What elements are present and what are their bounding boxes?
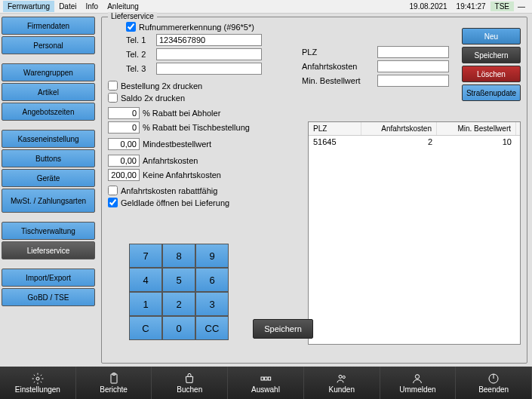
svg-point-0 <box>36 377 39 380</box>
bottom-kunden[interactable]: Kunden <box>304 367 380 399</box>
rabatt-tisch-input[interactable] <box>108 121 140 134</box>
sidebar-item-lieferservice[interactable]: Lieferservice <box>2 241 95 259</box>
bottom-einstellungen[interactable]: Einstellungen <box>0 367 76 399</box>
gear-icon <box>32 373 44 385</box>
sidebar-item-buttons[interactable]: Buttons <box>2 149 95 167</box>
tel2-input[interactable] <box>156 48 262 60</box>
keypad: 7 8 9 4 5 6 1 2 3 C 0 CC <box>129 244 229 340</box>
sidebar-item-warengruppen[interactable]: Warengruppen <box>2 63 95 81</box>
svg-rect-5 <box>268 377 270 380</box>
neu-button[interactable]: Neu <box>462 28 521 45</box>
keypad-7[interactable]: 7 <box>129 244 162 268</box>
plz-label: PLZ <box>302 48 377 57</box>
strassenupdate-button[interactable]: Straßenupdate <box>462 84 521 101</box>
sidebar-item-mwst[interactable]: MwSt. / Zahlungsarten <box>2 189 95 213</box>
lieferservice-panel: Lieferservice Rufnummererkennung (#96*5*… <box>101 17 527 364</box>
keypad-cc[interactable]: CC <box>195 316 229 340</box>
geldlade-label: Geldlade öffnen bei Lieferung <box>121 198 229 207</box>
keypad-8[interactable]: 8 <box>162 244 195 268</box>
bottom-buchen[interactable]: Buchen <box>152 367 228 399</box>
tel1-input[interactable] <box>156 34 262 46</box>
keypad-1[interactable]: 1 <box>129 292 162 316</box>
menu-info[interactable]: Info <box>81 1 103 12</box>
menu-anleitung[interactable]: Anleitung <box>103 1 143 12</box>
tel3-label: Tel. 3 <box>126 64 156 73</box>
keypad-9[interactable]: 9 <box>195 244 229 268</box>
rufnummer-checkbox[interactable] <box>126 22 136 32</box>
svg-point-8 <box>416 374 420 378</box>
menu-datei[interactable]: Datei <box>54 1 81 12</box>
svg-point-7 <box>343 376 345 378</box>
rabatt-tisch-label: % Rabatt bei Tischbestellung <box>143 123 250 132</box>
sidebar-item-import-export[interactable]: Import/Export <box>2 269 95 287</box>
sidebar-item-artikel[interactable]: Artikel <box>2 83 95 101</box>
table-row[interactable]: 51645 2 10 <box>309 136 520 148</box>
sidebar-item-kasseneinstellung[interactable]: Kasseneinstellung <box>2 130 95 148</box>
save-button[interactable]: Speichern <box>253 319 313 339</box>
svg-point-6 <box>339 375 342 378</box>
bottom-berichte[interactable]: Berichte <box>76 367 152 399</box>
sidebar: Firmendaten Personal Warengruppen Artike… <box>0 14 97 367</box>
mindest-label: Mindestbestellwert <box>143 140 211 149</box>
power-icon <box>487 373 500 385</box>
rabattfaehig-label: Anfahrtskosten rabattfähig <box>121 186 217 195</box>
rabatt-abholer-input[interactable] <box>108 107 140 119</box>
cell-anfahrt: 2 <box>361 136 437 148</box>
bestellung2x-checkbox[interactable] <box>108 81 118 91</box>
sidebar-item-firmendaten[interactable]: Firmendaten <box>2 17 95 35</box>
anfahrtskosten-input[interactable] <box>377 60 449 72</box>
keypad-3[interactable]: 3 <box>195 292 229 316</box>
menu-fernwartung[interactable]: Fernwartung <box>3 1 54 12</box>
sidebar-item-geraete[interactable]: Geräte <box>2 169 95 187</box>
sidebar-item-angebotszeiten[interactable]: Angebotszeiten <box>2 103 95 121</box>
tse-badge: TSE <box>490 2 514 11</box>
bottom-ummelden[interactable]: Ummelden <box>380 367 457 399</box>
cell-plz: 51645 <box>309 136 361 148</box>
keypad-5[interactable]: 5 <box>162 268 195 292</box>
bestellung2x-label: Bestellung 2x drucken <box>121 81 202 91</box>
bottombar: Einstellungen Berichte Buchen Auswahl Ku… <box>0 367 532 399</box>
keypad-6[interactable]: 6 <box>195 268 229 292</box>
table-header-plz[interactable]: PLZ <box>309 122 361 135</box>
minbestellwert-label: Min. Bestellwert <box>302 76 377 85</box>
bottom-auswahl[interactable]: Auswahl <box>228 367 304 399</box>
keypad-2[interactable]: 2 <box>162 292 195 316</box>
anfahrt-label: Anfahrtskosten <box>143 156 198 165</box>
bag-icon <box>183 373 195 385</box>
table-header-minbest[interactable]: Min. Bestellwert <box>437 122 516 135</box>
keine-label: Keine Anfahrtskosten <box>143 170 221 180</box>
user-icon <box>411 373 423 385</box>
minimize-button[interactable]: — <box>514 2 529 11</box>
loeschen-button[interactable]: Löschen <box>462 66 521 82</box>
anfahrt-input[interactable] <box>108 155 140 167</box>
plz-input[interactable] <box>377 46 449 58</box>
keypad-4[interactable]: 4 <box>129 268 162 292</box>
minbestellwert-input[interactable] <box>377 75 449 87</box>
keypad-0[interactable]: 0 <box>162 316 195 340</box>
sidebar-item-tischverwaltung[interactable]: Tischverwaltung <box>2 222 95 240</box>
tel1-label: Tel. 1 <box>126 35 156 45</box>
keypad-c[interactable]: C <box>129 316 162 340</box>
speichern-button[interactable]: Speichern <box>462 47 521 63</box>
keine-input[interactable] <box>108 169 140 181</box>
plz-table[interactable]: PLZ Anfahrtskosten Min. Bestellwert 5164… <box>308 121 521 345</box>
bottom-beenden[interactable]: Beenden <box>456 367 532 399</box>
svg-rect-3 <box>261 377 263 380</box>
rabattfaehig-checkbox[interactable] <box>108 186 118 195</box>
status-time: 19:41:27 <box>452 2 490 11</box>
svg-rect-4 <box>265 377 267 380</box>
mindest-input[interactable] <box>108 138 140 150</box>
sidebar-item-personal[interactable]: Personal <box>2 36 95 54</box>
cell-minbest: 10 <box>437 136 516 148</box>
sidebar-item-gobd-tse[interactable]: GoBD / TSE <box>2 288 95 306</box>
anfahrtskosten-label: Anfahrtskosten <box>302 62 377 71</box>
table-header-anfahrt[interactable]: Anfahrtskosten <box>361 122 437 135</box>
saldo2x-checkbox[interactable] <box>108 93 118 103</box>
rabatt-abholer-label: % Rabatt bei Abholer <box>143 109 220 118</box>
menubar: Fernwartung Datei Info Anleitung 19.08.2… <box>0 0 532 14</box>
geldlade-checkbox[interactable] <box>108 198 118 207</box>
clipboard-icon <box>108 373 120 385</box>
status-date: 19.08.2021 <box>405 2 452 11</box>
users-icon <box>336 373 348 385</box>
tel3-input[interactable] <box>156 63 262 75</box>
